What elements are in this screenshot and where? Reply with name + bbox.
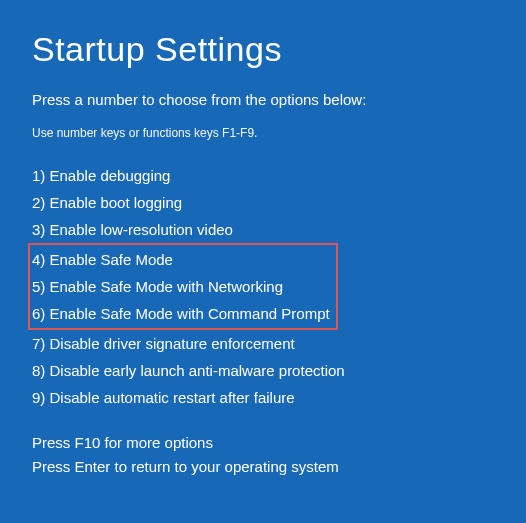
- option-1[interactable]: 1) Enable debugging: [32, 162, 494, 189]
- footer-more-options[interactable]: Press F10 for more options: [32, 431, 339, 455]
- option-3[interactable]: 3) Enable low-resolution video: [32, 216, 494, 243]
- option-9[interactable]: 9) Disable automatic restart after failu…: [32, 384, 494, 411]
- footer-return[interactable]: Press Enter to return to your operating …: [32, 455, 339, 479]
- options-list: 1) Enable debugging 2) Enable boot loggi…: [32, 162, 494, 411]
- page-title: Startup Settings: [32, 30, 494, 69]
- option-8[interactable]: 8) Disable early launch anti-malware pro…: [32, 357, 494, 384]
- subtitle-text: Press a number to choose from the option…: [32, 91, 494, 108]
- option-2[interactable]: 2) Enable boot logging: [32, 189, 494, 216]
- option-7[interactable]: 7) Disable driver signature enforcement: [32, 330, 494, 357]
- option-5[interactable]: 5) Enable Safe Mode with Networking: [32, 273, 330, 300]
- highlight-box: 4) Enable Safe Mode 5) Enable Safe Mode …: [28, 243, 338, 330]
- option-4[interactable]: 4) Enable Safe Mode: [32, 246, 330, 273]
- footer: Press F10 for more options Press Enter t…: [32, 431, 339, 479]
- hint-text: Use number keys or functions keys F1-F9.: [32, 126, 494, 140]
- option-6[interactable]: 6) Enable Safe Mode with Command Prompt: [32, 300, 330, 327]
